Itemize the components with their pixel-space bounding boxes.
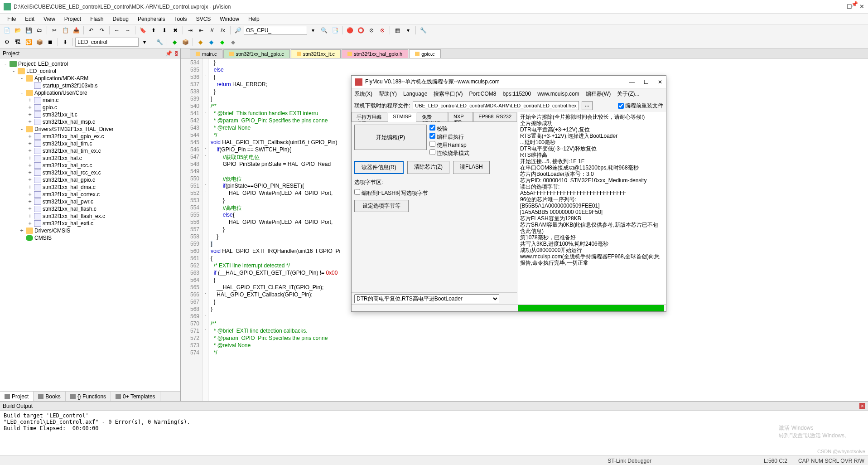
flymcu-menu-item[interactable]: www.mcuisp.com	[537, 91, 579, 97]
tree-item[interactable]: +stm32f1xx_hal_flash.c	[1, 205, 179, 213]
find-combo[interactable]	[244, 26, 307, 35]
menu-view[interactable]: View	[39, 15, 60, 23]
tree-toggle-icon[interactable]: +	[27, 191, 33, 198]
bookmark-next-icon[interactable]: ⬇	[159, 25, 169, 35]
build-pin-icon[interactable]: 📌	[851, 1, 858, 7]
flymcu-close-button[interactable]: ✕	[658, 79, 662, 85]
flymcu-check[interactable]: 使用RamIsp	[429, 141, 469, 149]
target-select[interactable]	[75, 38, 139, 47]
stop-build-icon[interactable]: ⏹	[45, 37, 55, 47]
debug-icon[interactable]: 🔴	[345, 25, 355, 35]
flymcu-action-button[interactable]: 读FLASH	[453, 161, 490, 174]
flymcu-check[interactable]: 连续烧录模式	[429, 149, 469, 157]
tree-toggle-icon[interactable]: +	[27, 148, 33, 154]
tree-item[interactable]: +stm32f1xx_hal_flash_ex.c	[1, 213, 179, 220]
translate-icon[interactable]: ⚙	[2, 37, 12, 47]
breakpoint-kill-icon[interactable]: ⊗	[377, 25, 387, 35]
menu-project[interactable]: Project	[60, 15, 86, 23]
tree-toggle-icon[interactable]: +	[27, 155, 33, 161]
uncomment-icon[interactable]: /x	[218, 25, 228, 35]
tree-toggle-icon[interactable]: +	[27, 133, 33, 140]
panel-pin-icon[interactable]: 📌	[165, 50, 172, 57]
menu-flash[interactable]: Flash	[86, 15, 108, 23]
comment-icon[interactable]: //	[207, 25, 217, 35]
menu-edit[interactable]: Edit	[20, 15, 39, 23]
tree-toggle-icon[interactable]: +	[27, 199, 33, 205]
flymcu-menu-item[interactable]: 编程器(W)	[586, 90, 611, 98]
flymcu-menu-item[interactable]: 帮助(Y)	[379, 90, 397, 98]
file-tab[interactable]: stm32f1xx_it.c	[291, 49, 341, 58]
tree-item[interactable]: +gpio.c	[1, 104, 179, 111]
pack-installer-icon[interactable]: ◆	[195, 37, 205, 47]
tree-toggle-icon[interactable]: -	[3, 61, 8, 67]
tree-item[interactable]: +Drivers/CMSIS	[1, 227, 179, 234]
new-file-icon[interactable]: 📄	[2, 25, 12, 35]
flymcu-tab[interactable]: STMISP	[388, 112, 416, 122]
breakpoint-toggle-icon[interactable]: ⭕	[356, 25, 366, 35]
cut-icon[interactable]: ✂	[49, 25, 59, 35]
flymcu-minimize-button[interactable]: —	[629, 79, 635, 85]
tree-item[interactable]: +stm32f1xx_hal_pwr.c	[1, 198, 179, 205]
manage-rte-icon[interactable]: ◆	[169, 37, 179, 47]
tree-item[interactable]: +stm32f1xx_hal_gpio.c	[1, 176, 179, 184]
tree-toggle-icon[interactable]: +	[27, 162, 33, 169]
bookmark-prev-icon[interactable]: ⬆	[149, 25, 159, 35]
find-dropdown-icon[interactable]: ▾	[308, 25, 318, 35]
tree-toggle-icon[interactable]: +	[27, 140, 33, 147]
tree-item[interactable]: +stm32f1xx_hal_cortex.c	[1, 191, 179, 198]
menu-window[interactable]: Window	[215, 15, 244, 23]
tree-item[interactable]: -LED_control	[1, 68, 179, 75]
rebuild-icon[interactable]: 🔁	[24, 37, 34, 47]
tree-item[interactable]: -Application/User/Core	[1, 89, 179, 97]
minimize-button[interactable]: —	[834, 3, 839, 10]
tree-item[interactable]: +stm32f1xx_hal_rcc_ex.c	[1, 169, 179, 176]
tree-item[interactable]: +stm32f1xx_hal_gpio_ex.c	[1, 133, 179, 140]
flymcu-browse-button[interactable]: ...	[582, 101, 593, 110]
manage-icon[interactable]: ◆	[217, 37, 227, 47]
build-close-icon[interactable]: ×	[859, 403, 865, 409]
flymcu-menu-item[interactable]: 系统(X)	[354, 90, 372, 98]
copy-icon[interactable]: 📋	[60, 25, 70, 35]
batch-build-icon[interactable]: 📦	[34, 37, 44, 47]
flymcu-tab[interactable]: NXP ISP	[448, 112, 473, 121]
tree-toggle-icon[interactable]: -	[11, 68, 16, 74]
target-dropdown-icon[interactable]: ▾	[140, 37, 149, 47]
layout-dropdown-icon[interactable]: ▾	[403, 25, 413, 35]
paste-icon[interactable]: 📥	[71, 25, 81, 35]
panel-tab-0templates[interactable]: 0+ Templates	[111, 392, 160, 401]
build-icon[interactable]: 🏗	[13, 37, 23, 47]
flymcu-tab[interactable]: 免费STMIAP	[417, 112, 448, 121]
tree-item[interactable]: -Project: LED_control	[1, 60, 179, 68]
save-icon[interactable]: 💾	[24, 25, 34, 35]
tree-toggle-icon[interactable]: +	[27, 220, 33, 227]
tree-item[interactable]: CMSIS	[1, 234, 179, 242]
flymcu-log[interactable]: 开始全片擦除(全片擦除时间会比较长，请耐心等候!)全片擦除成功DTR电平置高(+…	[517, 112, 666, 304]
bookmark-clear-icon[interactable]: ✖	[170, 25, 180, 35]
panel-tab-functions[interactable]: {} Functions	[66, 392, 111, 401]
indent-icon[interactable]: ⇥	[185, 25, 195, 35]
undo-icon[interactable]: ↶	[86, 25, 96, 35]
options-icon[interactable]: 🔧	[154, 37, 164, 47]
tree-toggle-icon[interactable]: +	[27, 177, 33, 183]
flymcu-menu-item[interactable]: Language	[403, 91, 427, 97]
flymcu-tab[interactable]: 手持万用编程器	[352, 112, 387, 121]
tree-toggle-icon[interactable]: -	[19, 75, 24, 82]
flymcu-hex-path-input[interactable]	[413, 101, 579, 110]
file-tab[interactable]: gpio.c	[409, 49, 440, 58]
project-tree[interactable]: -Project: LED_control-LED_control-Applic…	[0, 58, 180, 391]
download-icon[interactable]: ⬇	[60, 37, 70, 47]
tree-item[interactable]: +stm32f1xx_hal_rcc.c	[1, 162, 179, 169]
flymcu-reset-mode-select[interactable]: DTR的高电平复位,RTS高电平进BootLoader	[354, 294, 499, 303]
tree-item[interactable]: +stm32f1xx_hal_tim_ex.c	[1, 147, 179, 155]
fold-column[interactable]: -----------	[203, 58, 209, 401]
tree-toggle-icon[interactable]: +	[27, 170, 33, 176]
file-tab[interactable]: stm32f1xx_hal_gpio.h	[342, 49, 408, 58]
redo-icon[interactable]: ↷	[97, 25, 107, 35]
flymcu-check[interactable]: 编程后执行	[429, 133, 469, 141]
flymcu-dialog[interactable]: FlyMcu V0.188--单片机在线编程专家--www.mcuisp.com…	[351, 75, 666, 312]
build-output-text[interactable]: Build target 'LED_control' "LED_control\…	[0, 411, 868, 455]
flymcu-menu-item[interactable]: 关于(Z)...	[617, 90, 639, 98]
file-tab[interactable]: stm32f1xx_hal_gpio.c	[223, 49, 289, 58]
outdent-icon[interactable]: ⇤	[196, 25, 206, 35]
menu-file[interactable]: File	[3, 15, 20, 23]
